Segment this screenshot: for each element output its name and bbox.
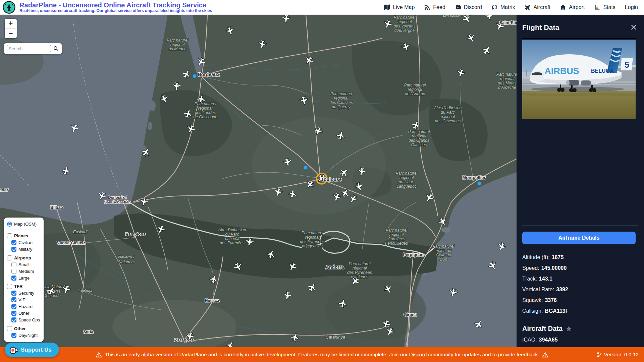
- nav-item-live-map[interactable]: Live Map: [384, 4, 415, 10]
- layer-group-tfr[interactable]: TFR: [7, 281, 42, 290]
- nav-item-label: Aircraft: [534, 4, 551, 10]
- city-label: Girona: [404, 312, 417, 317]
- layer-group-planes[interactable]: Planes: [7, 231, 42, 239]
- checkbox-unchecked[interactable]: [7, 255, 12, 260]
- zoom-out-button[interactable]: −: [5, 28, 17, 38]
- park-label: Causses: [411, 142, 427, 147]
- nav-item-aircraft[interactable]: Aircraft: [525, 4, 551, 10]
- map-canvas[interactable]: Parc naturelrégionaldes Volcansd'Auvergn…: [0, 15, 517, 347]
- nav-item-label: Stats: [603, 4, 615, 10]
- layer-option-security[interactable]: Security: [11, 290, 42, 297]
- layer-option-large[interactable]: Large: [11, 275, 42, 281]
- park-label: Golfe du: [436, 253, 451, 257]
- photo-model-text: BELUGA: [591, 68, 614, 74]
- park-label: régional: [399, 175, 414, 180]
- layer-option-label: Security: [18, 291, 34, 296]
- nav-item-label: Feed: [433, 4, 445, 10]
- layer-option-medium[interactable]: Medium: [11, 268, 42, 275]
- park-label: Parc naturel: [302, 231, 323, 235]
- city-label: Perpignan: [403, 252, 423, 257]
- radio-selected[interactable]: [7, 222, 12, 227]
- checkbox-unchecked[interactable]: [11, 269, 16, 274]
- park-label: Lion: [440, 257, 447, 262]
- airport-marker[interactable]: [477, 181, 481, 185]
- park-label: Parc naturel: [396, 171, 418, 176]
- chat-icon: [491, 4, 498, 10]
- field-row: Track:143.1: [522, 276, 636, 282]
- park-label: des Causses: [329, 100, 353, 105]
- checkbox-unchecked[interactable]: [7, 233, 12, 238]
- park-label: des Landes: [195, 110, 216, 115]
- park-label: du Parc: [225, 232, 239, 237]
- checkbox-checked[interactable]: [11, 311, 16, 316]
- map-container[interactable]: Parc naturelrégionaldes Volcansd'Auvergn…: [0, 15, 517, 347]
- park-label: régional: [353, 266, 367, 270]
- alpha-warning-text: This is an early alpha version of RadarP…: [105, 352, 539, 358]
- park-label: régional: [408, 87, 422, 92]
- layer-option-label: Military: [18, 247, 32, 252]
- checkbox-checked[interactable]: [11, 291, 16, 296]
- city-label: Toulouse: [321, 177, 341, 182]
- layer-group-label: Other: [14, 326, 26, 331]
- field-row: Squawk:3376: [522, 297, 636, 304]
- checkbox-checked[interactable]: [11, 247, 16, 252]
- page-title: RadarPlane - Uncensored Online Aircraft …: [19, 1, 212, 9]
- rss-icon: [424, 4, 430, 10]
- layer-option-label: Civilian: [18, 240, 33, 245]
- airport-marker[interactable]: [193, 74, 197, 78]
- nav-item-feed[interactable]: Feed: [424, 4, 445, 10]
- park-label: des Pyrenees: [300, 239, 324, 244]
- layer-option-military[interactable]: Military: [11, 246, 42, 253]
- base-layer-option[interactable]: Map (OSM): [7, 221, 42, 227]
- checkbox-checked[interactable]: [11, 304, 16, 309]
- park-label: régional: [305, 235, 320, 240]
- park-label: Parc naturel: [330, 92, 352, 96]
- zoom-in-button[interactable]: +: [5, 19, 17, 28]
- map-icon: [384, 4, 390, 10]
- layer-option-day-night[interactable]: Day/Night: [11, 332, 42, 339]
- layer-option-civilian[interactable]: Civilian: [11, 239, 42, 246]
- nav-item-discord[interactable]: Discord: [455, 4, 482, 10]
- nav-item-airport[interactable]: Airport: [560, 4, 585, 10]
- layer-option-space-ops[interactable]: Space Ops: [11, 317, 42, 323]
- layer-option-small[interactable]: Small: [11, 261, 42, 268]
- search-input[interactable]: [7, 45, 51, 52]
- nav-item-stats[interactable]: Stats: [594, 4, 615, 10]
- flight-fields: Altitude (ft):1675Speed:145.00000Track:1…: [522, 254, 636, 318]
- radarplane-logo[interactable]: [3, 1, 15, 14]
- field-row: Vertical Rate:3392: [522, 286, 636, 293]
- checkbox-checked[interactable]: [11, 317, 16, 322]
- nav-item-login[interactable]: Login: [625, 4, 638, 10]
- field-label: Track:: [522, 276, 537, 282]
- checkbox-checked[interactable]: [11, 240, 16, 245]
- park-label: du Haut-: [399, 180, 414, 184]
- layer-option-other[interactable]: Other: [11, 310, 42, 317]
- checkbox-checked[interactable]: [11, 297, 16, 302]
- layer-option-label: Small: [18, 262, 30, 267]
- checkbox-checked[interactable]: [11, 276, 16, 281]
- layer-group-other[interactable]: Other: [7, 323, 42, 332]
- support-us-button[interactable]: Support Us: [5, 343, 59, 357]
- checkbox-unchecked[interactable]: [7, 326, 12, 331]
- close-panel-button[interactable]: [630, 23, 637, 31]
- park-label: marin du: [436, 248, 451, 253]
- checkbox-unchecked[interactable]: [11, 262, 16, 267]
- favorite-star-icon[interactable]: [566, 325, 572, 332]
- park-label: de Gascogne: [193, 115, 217, 119]
- layer-group-airports[interactable]: Airports: [7, 253, 42, 261]
- field-label: Speed:: [522, 265, 539, 272]
- layer-option-hazard[interactable]: Hazard: [11, 303, 42, 310]
- airframe-details-button[interactable]: Airframe Details: [522, 232, 636, 244]
- park-label: régional: [500, 76, 515, 81]
- park-label: Fenouillèdes: [385, 241, 408, 246]
- city-label: Saint-Étie: [499, 20, 517, 25]
- checkbox-unchecked[interactable]: [7, 284, 12, 289]
- airport-marker[interactable]: [304, 166, 308, 170]
- discord-link[interactable]: Discord: [409, 352, 427, 357]
- search-icon[interactable]: [53, 46, 59, 52]
- city-label: Santander: [0, 188, 8, 192]
- warning-icon: [542, 352, 548, 358]
- nav-item-matrix[interactable]: Matrix: [491, 4, 515, 10]
- checkbox-checked[interactable]: [11, 333, 16, 338]
- layer-option-vip[interactable]: VIP: [11, 297, 42, 303]
